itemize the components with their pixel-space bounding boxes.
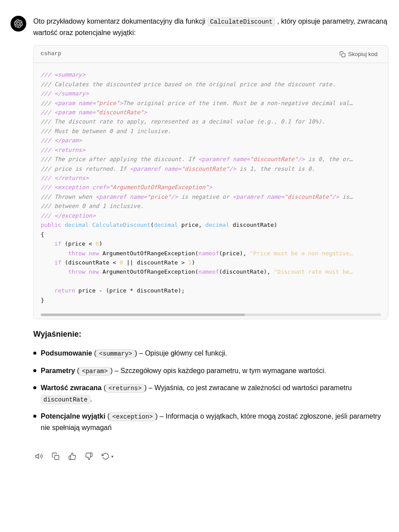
- audio-icon: [35, 452, 43, 460]
- copy-label: Skopiuj kod: [348, 51, 378, 57]
- bullet-bold-4: Potencjalne wyjątki: [41, 412, 106, 420]
- bullet-list: Podsumowanie (<summary>) – Opisuje główn…: [33, 348, 388, 433]
- copy-message-button[interactable]: [50, 451, 61, 462]
- bullet-bold-1: Podsumowanie: [41, 349, 92, 357]
- thumbs-up-icon: [68, 452, 76, 460]
- code-area[interactable]: /// <summary> /// Calculates the discoun…: [34, 63, 388, 312]
- copy-code-button[interactable]: Skopiuj kod: [336, 49, 381, 59]
- intro-text-before: Oto przykładowy komentarz dokumentacyjny…: [33, 18, 205, 25]
- audio-button[interactable]: [33, 451, 45, 462]
- svg-marker-1: [36, 454, 39, 459]
- bullet-dot: [33, 386, 36, 389]
- regenerate-button[interactable]: ▾: [100, 451, 115, 462]
- scroll-thumb: [41, 314, 245, 316]
- bullet-bold-2: Parametry: [41, 367, 75, 374]
- bullet-inline-code-4: <exception>: [109, 412, 155, 421]
- scroll-track[interactable]: [41, 314, 381, 316]
- code-language-label: csharp: [41, 49, 61, 59]
- intro-paragraph: Oto przykładowy komentarz dokumentacyjny…: [33, 16, 388, 38]
- chevron-down-icon: ▾: [111, 454, 113, 459]
- bullet-inline-code-2: <param>: [79, 367, 110, 376]
- list-item: Potencjalne wyjątki (<exception>) – Info…: [33, 411, 388, 433]
- explanation-section: Wyjaśnienie: Podsumowanie (<summary>) – …: [33, 328, 388, 433]
- thumbs-down-button[interactable]: [83, 451, 95, 462]
- code-block-header: csharp Skopiuj kod: [34, 46, 388, 63]
- scrollbar-area: [34, 312, 388, 319]
- thumbs-down-icon: [85, 452, 93, 460]
- function-name-inline: CalculateDiscount: [208, 18, 275, 26]
- svg-rect-0: [342, 53, 345, 57]
- bullet-text-2: Parametry (<param>) – Szczegółowy opis k…: [41, 365, 326, 377]
- copy-message-icon: [52, 452, 60, 460]
- bullet-text-1: Podsumowanie (<summary>) – Opisuje główn…: [41, 348, 227, 359]
- avatar: [11, 16, 26, 32]
- bullet-inline-code-3b: discountRate: [41, 395, 90, 404]
- page-container: Oto przykładowy komentarz dokumentacyjny…: [0, 0, 399, 478]
- bullet-dot: [33, 352, 36, 355]
- svg-rect-2: [55, 455, 59, 460]
- bullet-dot: [33, 369, 36, 372]
- thumbs-up-button[interactable]: [67, 451, 78, 462]
- copy-icon: [339, 51, 346, 57]
- list-item: Parametry (<param>) – Szczegółowy opis k…: [33, 365, 388, 377]
- bullet-inline-code-1: <summary>: [96, 349, 135, 358]
- code-pre: /// <summary> /// Calculates the discoun…: [41, 70, 381, 305]
- list-item: Wartość zwracana (<returns>) – Wyjaśnia,…: [33, 382, 388, 405]
- bullet-dot: [33, 415, 36, 418]
- list-item: Podsumowanie (<summary>) – Opisuje główn…: [33, 348, 388, 359]
- bullet-bold-3: Wartość zwracana: [41, 384, 102, 391]
- bullet-text-3: Wartość zwracana (<returns>) – Wyjaśnia,…: [41, 382, 388, 405]
- message-row: Oto przykładowy komentarz dokumentacyjny…: [0, 9, 399, 440]
- bullet-inline-code-3: <returns>: [106, 384, 145, 393]
- code-block-wrapper: csharp Skopiuj kod /// <summary> /// Cal…: [33, 45, 388, 319]
- regenerate-icon: [102, 452, 109, 460]
- action-bar: ▾: [0, 444, 399, 469]
- message-content: Oto przykładowy komentarz dokumentacyjny…: [33, 16, 388, 433]
- explanation-title: Wyjaśnienie:: [33, 328, 388, 341]
- bullet-text-4: Potencjalne wyjątki (<exception>) – Info…: [41, 411, 388, 433]
